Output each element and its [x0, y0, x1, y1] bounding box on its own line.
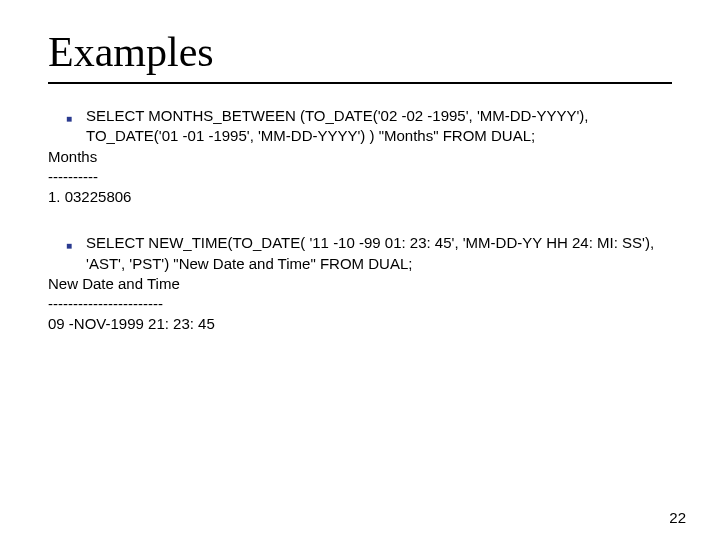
bullet-icon: ■	[66, 112, 72, 126]
result-header-1: Months	[48, 147, 672, 167]
result-header-2: New Date and Time	[48, 274, 672, 294]
slide-body: ■ SELECT MONTHS_BETWEEN (TO_DATE('02 -02…	[48, 106, 672, 335]
result-value-2: 09 -NOV-1999 21: 23: 45	[48, 314, 672, 334]
sql-statement-1: SELECT MONTHS_BETWEEN (TO_DATE('02 -02 -…	[86, 106, 672, 147]
bullet-item-1: ■ SELECT MONTHS_BETWEEN (TO_DATE('02 -02…	[48, 106, 672, 147]
result-divider-2: -----------------------	[48, 294, 672, 314]
example-block-1: ■ SELECT MONTHS_BETWEEN (TO_DATE('02 -02…	[48, 106, 672, 207]
example-block-2: ■ SELECT NEW_TIME(TO_DATE( '11 -10 -99 0…	[48, 233, 672, 334]
result-value-1: 1. 03225806	[48, 187, 672, 207]
slide-title: Examples	[48, 28, 672, 76]
bullet-item-2: ■ SELECT NEW_TIME(TO_DATE( '11 -10 -99 0…	[48, 233, 672, 274]
sql-statement-2: SELECT NEW_TIME(TO_DATE( '11 -10 -99 01:…	[86, 233, 672, 274]
bullet-icon: ■	[66, 239, 72, 253]
result-divider-1: ----------	[48, 167, 672, 187]
slide: Examples ■ SELECT MONTHS_BETWEEN (TO_DAT…	[0, 0, 720, 540]
title-underline	[48, 82, 672, 84]
page-number: 22	[669, 509, 686, 526]
